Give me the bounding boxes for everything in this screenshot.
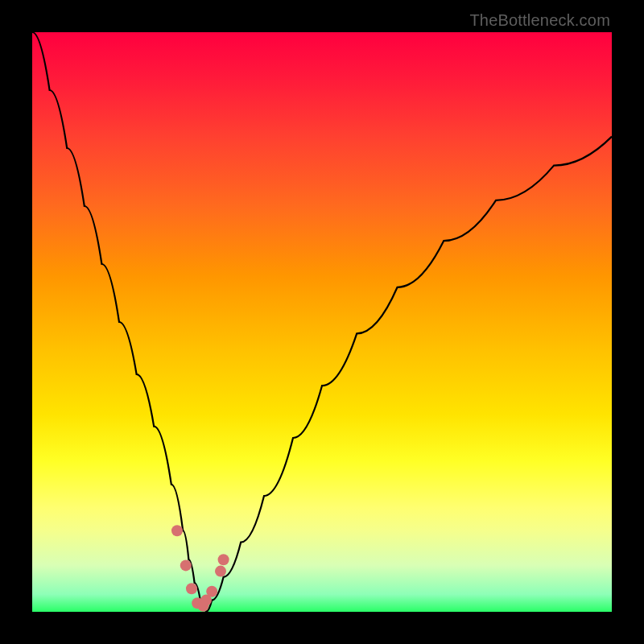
marker-dot [218,554,229,565]
marker-dot [171,525,183,536]
marker-dot [215,566,226,577]
curve-svg [32,32,612,612]
marker-dot [180,559,192,571]
marker-dot [186,583,197,594]
attribution-text: TheBottleneck.com [469,11,610,30]
marker-dot [206,586,217,597]
bottleneck-curve [32,32,612,612]
plot-area [32,32,612,612]
chart-container: TheBottleneck.com [0,0,644,644]
marker-group [171,525,229,612]
